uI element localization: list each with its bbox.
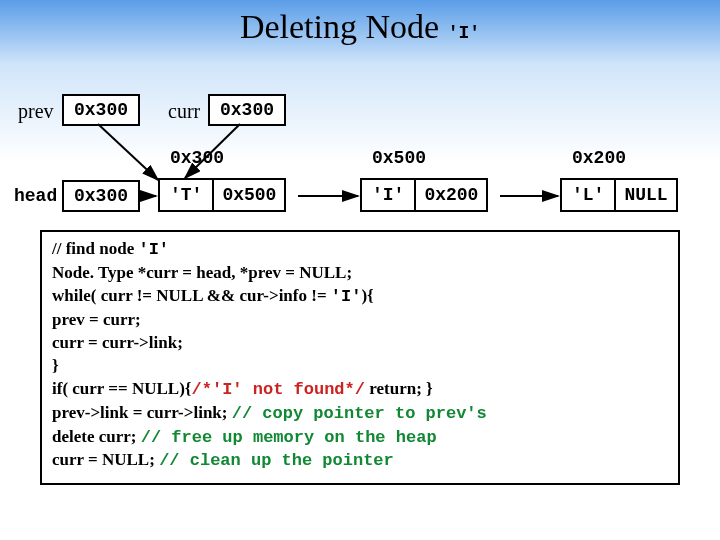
- node-0: 'T' 0x500: [158, 178, 286, 212]
- code-box: // find node 'I' Node. Type *curr = head…: [40, 230, 680, 485]
- node-1-link: 0x200: [416, 180, 486, 210]
- node-0-link: 0x500: [214, 180, 284, 210]
- diagram-stage: prev 0x300 curr 0x300 head 0x300 0x300 0…: [0, 0, 720, 540]
- code-line-5: curr = curr->link;: [52, 332, 668, 355]
- node-2-link: NULL: [616, 180, 675, 210]
- code-line-3: while( curr != NULL && cur->info != 'I')…: [52, 285, 668, 309]
- addr-0: 0x300: [170, 148, 224, 168]
- code-line-7: if( curr == NULL){/*'I' not found*/ retu…: [52, 378, 668, 402]
- node-2: 'L' NULL: [560, 178, 678, 212]
- prev-box: 0x300: [62, 94, 140, 126]
- code-line-6: }: [52, 355, 668, 378]
- code-line-9: delete curr; // free up memory on the he…: [52, 426, 668, 450]
- prev-label: prev: [18, 100, 54, 123]
- addr-2: 0x200: [572, 148, 626, 168]
- node-1-info: 'I': [362, 180, 416, 210]
- node-1: 'I' 0x200: [360, 178, 488, 212]
- curr-label: curr: [168, 100, 200, 123]
- code-line-10: curr = NULL; // clean up the pointer: [52, 449, 668, 473]
- code-line-4: prev = curr;: [52, 309, 668, 332]
- node-2-info: 'L': [562, 180, 616, 210]
- code-line-1: // find node 'I': [52, 238, 668, 262]
- code-line-2: Node. Type *curr = head, *prev = NULL;: [52, 262, 668, 285]
- svg-line-0: [98, 124, 158, 180]
- head-box: 0x300: [62, 180, 140, 212]
- node-0-info: 'T': [160, 180, 214, 210]
- code-content: // find node 'I' Node. Type *curr = head…: [52, 238, 668, 473]
- code-line-8: prev->link = curr->link; // copy pointer…: [52, 402, 668, 426]
- addr-1: 0x500: [372, 148, 426, 168]
- curr-box: 0x300: [208, 94, 286, 126]
- head-label: head: [14, 186, 57, 206]
